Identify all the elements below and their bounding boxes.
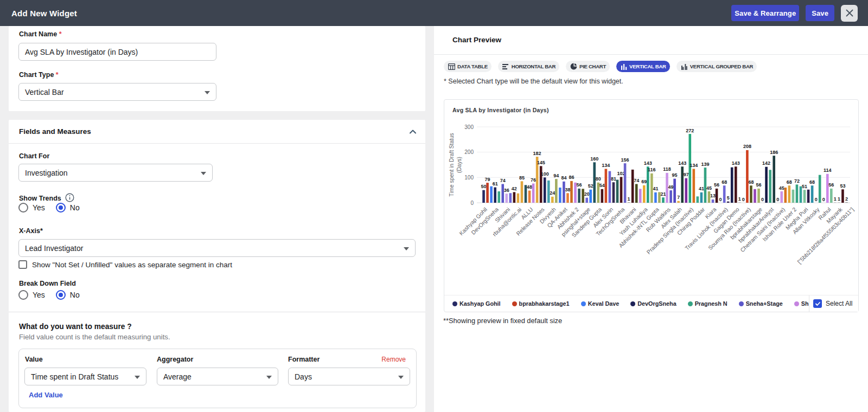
select-all-box: Select All: [809, 295, 858, 312]
save-rearrange-button[interactable]: Save & Rearrange: [731, 5, 799, 21]
bar-value-label: 53: [840, 183, 845, 189]
bar: [601, 189, 604, 203]
chart-type-tab-vertical-bar[interactable]: VERTICAL BAR: [616, 61, 670, 72]
chart-preview-card: Avg SLA by Investigator (in Days) 010020…: [444, 99, 859, 312]
bar: [807, 190, 810, 203]
bar: [635, 184, 638, 203]
bar-value-label: 61: [493, 181, 498, 186]
y-tick-label: 100: [464, 175, 474, 181]
y-axis-title-units: (Days): [456, 157, 462, 173]
bar-value-label: 69: [641, 179, 647, 184]
show-trends-yes-label[interactable]: Yes: [33, 203, 45, 212]
bar: [727, 202, 730, 203]
bar: [811, 185, 814, 203]
chart-name-input[interactable]: Avg SLA by Investigator (in Days): [18, 43, 216, 61]
bar-value-label: 0: [822, 197, 825, 202]
break-down-no-radio[interactable]: [56, 290, 66, 300]
bar-value-label: 1: [628, 196, 630, 202]
legend-name: DevOrgSneha: [637, 300, 676, 307]
bar: [578, 189, 580, 203]
bar-value-label: 49: [668, 184, 674, 190]
legend-item[interactable]: Kashyap Gohil: [452, 300, 501, 307]
legend-item[interactable]: DevOrgSneha: [630, 300, 676, 307]
x-axis-select[interactable]: Lead Investigator: [18, 239, 416, 257]
show-trends-yes-radio[interactable]: [18, 203, 28, 213]
chart-for-select[interactable]: Investigation: [18, 164, 213, 182]
select-all-label[interactable]: Select All: [826, 300, 852, 307]
chevron-up-icon[interactable]: [409, 127, 417, 136]
chart-type-tab-vertical-grouped-bar[interactable]: VERTICAL GROUPED BAR: [676, 61, 757, 72]
bar-value-label: 36: [504, 188, 509, 193]
remove-link[interactable]: Remove: [381, 356, 406, 363]
bar: [796, 184, 799, 203]
chart-name-label: Chart Name *: [19, 30, 62, 38]
not-set-checkbox-label[interactable]: Show "Not Set / Unfilled" values as sepa…: [32, 261, 232, 269]
chart-type-tab-data-table[interactable]: DATA TABLE: [444, 61, 492, 72]
topbar-actions: Save & Rearrange Save: [731, 5, 858, 22]
legend-dot: [452, 301, 457, 306]
pie-chart-icon: [570, 63, 577, 70]
show-trends-label: Show Trends: [19, 193, 74, 204]
chart-type-select[interactable]: Vertical Bar: [18, 83, 216, 101]
bar-value-label: 76: [531, 177, 536, 183]
legend-item[interactable]: Sneha+Stage: [739, 300, 783, 307]
chart-preview-title: Chart Preview: [452, 36, 501, 44]
bar-value-label: 0: [815, 197, 818, 202]
break-down-radio-group: Yes No: [18, 290, 80, 300]
show-trends-no-radio[interactable]: [56, 203, 66, 213]
legend-item[interactable]: Sh: [794, 300, 809, 307]
value-select[interactable]: Time spent in Draft Status: [24, 368, 146, 385]
y-tick-label: 200: [464, 149, 474, 155]
legend-dot: [630, 301, 635, 306]
bar: [570, 181, 573, 203]
legend-item[interactable]: Pragnesh N: [688, 300, 727, 307]
fields-measures-header[interactable]: Fields and Measures: [9, 120, 425, 144]
legend-item[interactable]: bprabhakarstage1: [512, 300, 570, 307]
legend-item[interactable]: Keval Dave: [581, 300, 620, 307]
bar-value-label: 0: [719, 197, 722, 202]
chart-type-tab-horizontal-bar[interactable]: HORIZONTAL BAR: [498, 61, 559, 72]
x-axis-label: X-Axis*: [19, 227, 43, 235]
break-down-no-label[interactable]: No: [70, 291, 80, 299]
bar-value-label: 48: [527, 184, 532, 190]
add-value-link[interactable]: Add Value: [29, 391, 63, 399]
bar-value-label: 86: [569, 175, 574, 180]
not-set-checkbox[interactable]: [18, 260, 27, 269]
bar: [551, 197, 554, 203]
required-star: *: [56, 71, 59, 79]
legend-name: Sh: [801, 300, 809, 307]
bar-value-label: 118: [663, 166, 671, 172]
bar: [750, 185, 752, 203]
bar: [559, 188, 561, 203]
bar: [643, 185, 646, 203]
bar: [532, 184, 535, 203]
aggregator-select[interactable]: Average: [157, 368, 278, 385]
bar: [685, 178, 687, 203]
save-button[interactable]: Save: [806, 5, 834, 21]
bar: [624, 163, 627, 203]
bar: [765, 167, 768, 203]
bar: [509, 193, 512, 203]
chevron-down-icon: [201, 172, 206, 175]
bar: [697, 196, 699, 203]
chart-type-tab-label: HORIZONTAL BAR: [512, 63, 556, 69]
legend-dot: [794, 301, 799, 306]
bar-value-label: 84: [561, 175, 566, 181]
bar: [677, 201, 680, 203]
chart-name-type-card: Chart Name * Avg SLA by Investigator (in…: [9, 26, 425, 111]
select-all-checkbox[interactable]: [813, 299, 822, 308]
bar-value-label: 1: [838, 196, 840, 202]
bar: [819, 175, 821, 203]
show-trends-no-label[interactable]: No: [70, 203, 80, 212]
break-down-yes-label[interactable]: Yes: [33, 291, 45, 299]
close-button[interactable]: [841, 5, 858, 22]
bar-value-label: 186: [770, 150, 778, 155]
bar-value-label: 139: [701, 162, 709, 167]
bar-value-label: 156: [621, 157, 629, 163]
bar: [605, 169, 608, 203]
bar: [631, 170, 634, 203]
chart-type-tab-pie-chart[interactable]: PIE CHART: [566, 61, 610, 72]
formatter-select[interactable]: Days: [288, 368, 410, 385]
break-down-yes-radio[interactable]: [18, 290, 28, 300]
bar: [700, 192, 703, 203]
